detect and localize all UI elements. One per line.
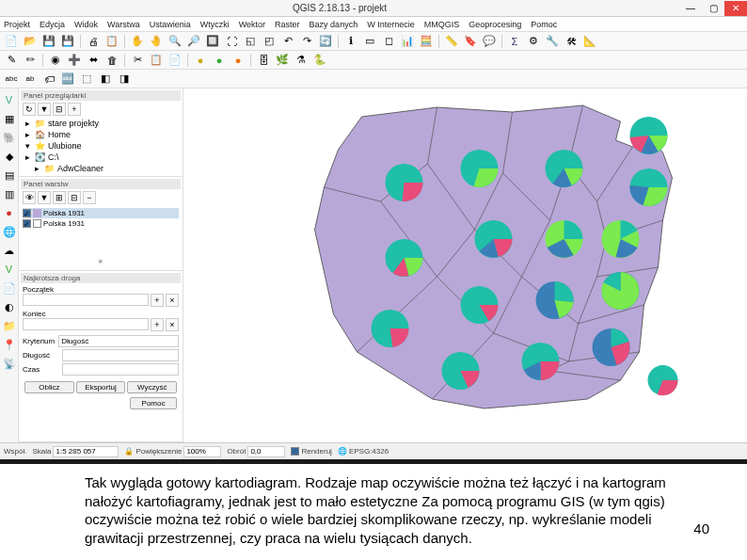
menu-item[interactable]: Projekt: [4, 20, 30, 29]
add-wfs-icon[interactable]: V: [2, 262, 17, 277]
bookmark-icon[interactable]: 🔖: [462, 33, 479, 50]
zoom-out-icon[interactable]: 🔎: [185, 33, 202, 50]
render-checkbox[interactable]: [291, 447, 299, 456]
clear-start-icon[interactable]: ×: [166, 294, 179, 307]
plugin-yellow-icon[interactable]: ●: [192, 52, 209, 69]
tool2-icon[interactable]: 🔧: [544, 33, 561, 50]
calc-button[interactable]: Oblicz: [24, 381, 74, 393]
field-calc-icon[interactable]: 🧮: [418, 33, 435, 50]
layer-checkbox[interactable]: ✓: [23, 219, 31, 228]
expand-icon[interactable]: ▸: [23, 152, 32, 162]
menu-item[interactable]: Pomoc: [531, 20, 557, 29]
label6-icon[interactable]: ◧: [97, 71, 114, 88]
add-browser-icon[interactable]: +: [68, 103, 81, 116]
tool4-icon[interactable]: 📐: [581, 33, 598, 50]
remove-layer-icon[interactable]: −: [83, 191, 96, 204]
measure-icon[interactable]: 📏: [443, 33, 460, 50]
edit2-icon[interactable]: ✏: [22, 52, 39, 69]
grass-icon[interactable]: 🌿: [274, 52, 291, 69]
zoom-native-icon[interactable]: 🔲: [204, 33, 221, 50]
paste-icon[interactable]: 📄: [167, 52, 183, 69]
add-feature-icon[interactable]: ➕: [66, 52, 83, 69]
criteria-select[interactable]: [58, 335, 179, 347]
layer-row[interactable]: ✓Polska 1931: [23, 218, 179, 229]
start-input[interactable]: [23, 294, 149, 306]
add-virtual-icon[interactable]: ◐: [2, 299, 17, 314]
browser-item[interactable]: ▸📁stare projekty: [21, 118, 181, 129]
browser-item[interactable]: ▸📁AdwCleaner: [21, 163, 181, 174]
add-wcs-icon[interactable]: ☁: [2, 243, 17, 258]
add-oracle-icon[interactable]: ●: [2, 205, 17, 220]
add-spatialite-icon[interactable]: ◆: [2, 149, 17, 164]
clear-button[interactable]: Wyczyść: [127, 381, 177, 393]
tool3-icon[interactable]: 🛠: [563, 33, 580, 50]
length-input[interactable]: [62, 349, 179, 361]
move-icon[interactable]: ⬌: [85, 52, 102, 69]
processing-icon[interactable]: ⚗: [293, 52, 310, 69]
menu-item[interactable]: Ustawienia: [150, 20, 191, 29]
rot-input[interactable]: [247, 446, 285, 457]
plugin-green-icon[interactable]: ●: [211, 52, 228, 69]
help-button[interactable]: Pomoc: [130, 397, 177, 409]
stats-icon[interactable]: Σ: [506, 33, 523, 50]
table-icon[interactable]: 📊: [399, 33, 416, 50]
expand-all-icon[interactable]: ⊞: [53, 191, 66, 204]
save-icon[interactable]: 💾: [40, 33, 57, 50]
menu-item[interactable]: MMQGIS: [424, 20, 460, 29]
pick-start-icon[interactable]: +: [151, 294, 164, 307]
zoom-full-icon[interactable]: ⛶: [223, 33, 240, 50]
mag-input[interactable]: [183, 446, 221, 457]
delete-icon[interactable]: 🗑: [103, 52, 120, 69]
add-csv-icon[interactable]: 📄: [2, 280, 17, 296]
save-as-icon[interactable]: 💾: [59, 33, 76, 50]
filter-layers-icon[interactable]: ▼: [38, 191, 51, 204]
add-vector-icon[interactable]: V: [2, 92, 17, 107]
edit-icon[interactable]: ✎: [3, 52, 20, 69]
refresh-browser-icon[interactable]: ↻: [23, 103, 36, 116]
tool-icon[interactable]: ⚙: [525, 33, 542, 50]
menu-item[interactable]: Warstwa: [107, 20, 140, 29]
browser-item[interactable]: ▸🏠Home: [21, 129, 181, 140]
zoom-in-icon[interactable]: 🔍: [167, 33, 183, 50]
menu-item[interactable]: W Internecie: [367, 20, 415, 29]
expand-icon[interactable]: ▸: [23, 130, 32, 139]
layer-checkbox[interactable]: ✓: [23, 209, 31, 217]
new-gpx-icon[interactable]: 📍: [2, 337, 17, 352]
pick-end-icon[interactable]: +: [151, 318, 164, 331]
label5-icon[interactable]: ⬚: [78, 71, 95, 88]
add-raster-icon[interactable]: ▦: [2, 111, 17, 126]
copy-icon[interactable]: 📋: [148, 52, 165, 69]
label-icon[interactable]: abc: [3, 71, 20, 88]
identify-icon[interactable]: ℹ: [342, 33, 359, 50]
collapse-icon[interactable]: ▾: [23, 141, 32, 151]
select-icon[interactable]: ▭: [361, 33, 378, 50]
filter-browser-icon[interactable]: ▼: [38, 103, 51, 116]
annotation-icon[interactable]: 💬: [481, 33, 498, 50]
clear-end-icon[interactable]: ×: [166, 318, 179, 331]
browser-item[interactable]: ▾⭐Ulubione: [21, 140, 181, 152]
menu-item[interactable]: Bazy danych: [310, 20, 358, 29]
export-button[interactable]: Eksportuj: [76, 381, 126, 393]
pan-selection-icon[interactable]: 🤚: [148, 33, 165, 50]
collapse-browser-icon[interactable]: ⊟: [53, 103, 66, 116]
new-project-icon[interactable]: 📄: [3, 33, 20, 50]
menu-item[interactable]: Widok: [74, 20, 98, 29]
zoom-layer-icon[interactable]: ◰: [261, 33, 278, 50]
label7-icon[interactable]: ◨: [116, 71, 133, 88]
plugin-orange-icon[interactable]: ●: [230, 52, 246, 69]
new-shp-icon[interactable]: 📁: [2, 318, 17, 333]
browser-item[interactable]: ▸💽C:\: [21, 152, 181, 163]
crs-icon[interactable]: 🌐: [338, 447, 347, 456]
add-wms-icon[interactable]: 🌐: [2, 224, 17, 239]
python-icon[interactable]: 🐍: [311, 52, 328, 69]
pan-icon[interactable]: ✋: [129, 33, 146, 50]
scale-input[interactable]: [53, 446, 119, 457]
maximize-button[interactable]: ▢: [702, 1, 724, 16]
lock-icon[interactable]: 🔒: [124, 447, 134, 456]
zoom-next-icon[interactable]: ↷: [298, 33, 315, 50]
expand-icon[interactable]: ▸: [23, 119, 32, 128]
end-input[interactable]: [23, 318, 149, 330]
add-postgis-icon[interactable]: 🐘: [2, 130, 17, 145]
cut-icon[interactable]: ✂: [129, 52, 146, 69]
map-canvas[interactable]: [183, 88, 747, 442]
